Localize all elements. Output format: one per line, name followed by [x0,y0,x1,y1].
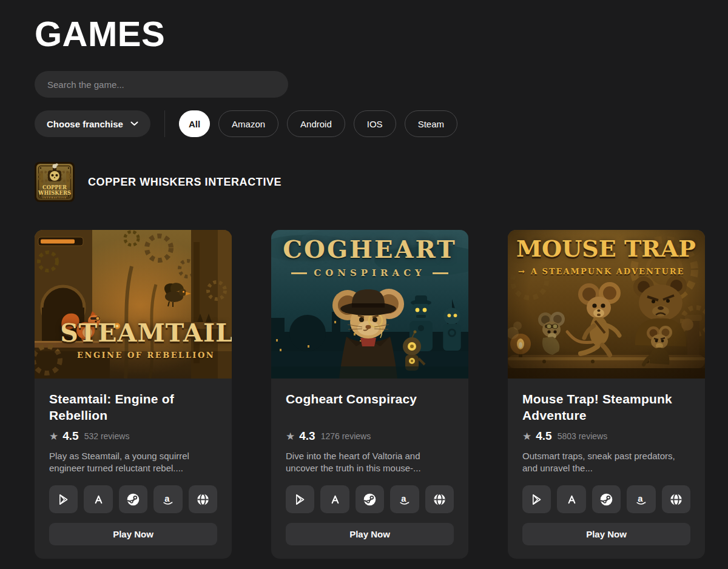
app-store-icon [92,493,105,506]
review-count: 5803 reviews [558,431,608,441]
rating-value: 4.5 [62,429,78,443]
play-now-button[interactable]: Play Now [49,523,217,545]
star-icon: ★ [49,431,58,442]
search-input[interactable] [35,71,288,98]
google-play-button[interactable] [49,485,78,513]
divider [164,110,165,137]
game-card-cogheart: COGHEART CONSPIRACY Cogheart Conspiracy … [271,230,468,559]
publisher-row: COPPER WHISKERS INTERACTIVE COPPER WHISK… [35,162,705,202]
star-icon: ★ [286,431,295,442]
review-count: 532 reviews [84,431,130,441]
play-now-button[interactable]: Play Now [522,523,690,545]
game-card-grid: STEAMTAIL ENGINE OF REBELLION Steamtail:… [35,230,705,559]
publisher-logo-image: COPPER WHISKERS INTERACTIVE [35,162,75,202]
game-cover[interactable]: STEAMTAIL ENGINE OF REBELLION [35,230,232,379]
review-count: 1276 reviews [321,431,371,441]
game-cover[interactable]: MOUSE TRAP → A STEAMPUNK ADVENTURE [508,230,705,379]
rating-value: 4.3 [299,429,315,443]
svg-text:WHISKERS: WHISKERS [38,190,71,196]
card-body: Cogheart Conspiracy ★ 4.3 1276 reviews D… [271,379,468,559]
web-button[interactable] [425,485,454,513]
game-cover[interactable]: COGHEART CONSPIRACY [271,230,468,379]
rating-row: ★ 4.5 532 reviews [49,429,217,443]
filter-pill-steam[interactable]: Steam [405,110,457,137]
app-store-button[interactable] [557,485,585,513]
games-page: GAMES Choose franchise All Amazon Androi… [0,0,728,559]
game-card-steamtail: STEAMTAIL ENGINE OF REBELLION Steamtail:… [35,230,232,559]
rating-row: ★ 4.5 5803 reviews [522,429,690,443]
filter-pill-android[interactable]: Android [287,110,345,137]
game-description: Dive into the heart of Valtoria and unco… [286,450,454,474]
filter-pill-amazon[interactable]: Amazon [218,110,278,137]
chevron-down-icon [130,121,138,126]
google-play-icon [294,493,306,506]
filter-pill-ios[interactable]: IOS [354,110,396,137]
svg-text:INTERACTIVE: INTERACTIVE [42,197,67,199]
web-button[interactable] [189,485,217,513]
web-icon [670,493,682,506]
google-play-button[interactable] [522,485,551,513]
amazon-button[interactable] [627,485,655,513]
game-title: Steamtail: Engine of Rebellion [49,391,217,423]
app-store-button[interactable] [320,485,349,513]
play-now-button[interactable]: Play Now [286,523,454,545]
game-title: Cogheart Conspiracy [286,391,454,423]
app-store-icon [329,493,342,506]
game-card-mouse-trap: MOUSE TRAP → A STEAMPUNK ADVENTURE Mouse… [508,230,705,559]
game-description: Play as Steamtail, a young squirrel engi… [49,450,217,474]
platform-buttons [286,485,454,513]
steam-button[interactable] [592,485,621,513]
web-icon [197,493,209,506]
rating-row: ★ 4.3 1276 reviews [286,429,454,443]
amazon-button[interactable] [153,485,182,513]
platform-buttons [522,485,690,513]
steamtail-cover-art [35,230,232,379]
rating-value: 4.5 [536,429,551,443]
choose-franchise-button[interactable]: Choose franchise [35,110,150,137]
page-title: GAMES [35,16,705,52]
google-play-icon [530,493,543,506]
steam-icon [600,493,613,506]
amazon-icon [635,493,647,506]
app-store-icon [565,493,578,506]
app-store-button[interactable] [84,485,112,513]
platform-buttons [49,485,217,513]
filter-pill-all[interactable]: All [179,110,210,137]
web-icon [433,493,446,506]
steam-button[interactable] [356,485,384,513]
publisher-logo[interactable]: COPPER WHISKERS INTERACTIVE [35,162,75,202]
game-title: Mouse Trap! Steampunk Adventure [522,391,690,423]
card-body: Mouse Trap! Steampunk Adventure ★ 4.5 58… [508,379,705,559]
publisher-name: COPPER WHISKERS INTERACTIVE [88,176,281,189]
amazon-icon [398,493,411,506]
card-body: Steamtail: Engine of Rebellion ★ 4.5 532… [35,379,232,559]
cogheart-cover-art [271,230,468,379]
steam-button[interactable] [119,485,147,513]
steam-icon [127,493,140,506]
mouse-trap-cover-art [508,230,705,379]
game-description: Outsmart traps, sneak past predators, an… [522,450,690,474]
star-icon: ★ [522,431,531,442]
amazon-icon [161,493,174,506]
steam-icon [363,493,376,506]
search-bar [35,71,705,98]
google-play-button[interactable] [286,485,314,513]
choose-franchise-label: Choose franchise [47,119,123,129]
amazon-button[interactable] [390,485,419,513]
filter-row: Choose franchise All Amazon Android IOS … [35,110,705,137]
google-play-icon [57,493,70,506]
web-button[interactable] [662,485,690,513]
